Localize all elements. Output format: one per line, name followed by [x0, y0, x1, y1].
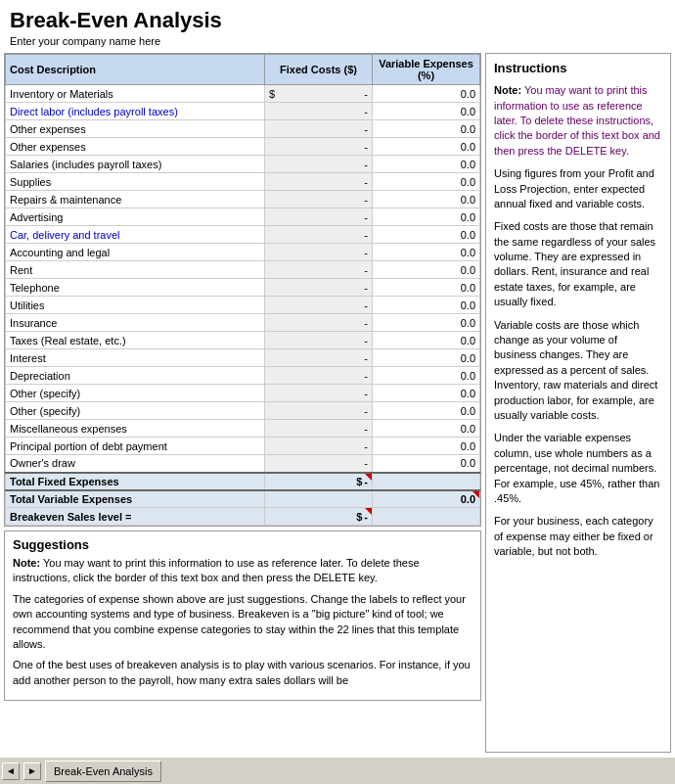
- row-fixed[interactable]: -: [265, 420, 373, 438]
- table-row: Other expenses-0.0: [6, 120, 480, 138]
- row-label: Rent: [6, 261, 265, 279]
- table-row: Principal portion of debt payment-0.0: [6, 438, 480, 455]
- row-variable[interactable]: 0.0: [373, 332, 480, 349]
- row-fixed[interactable]: -: [265, 332, 373, 349]
- row-fixed[interactable]: -: [265, 156, 373, 173]
- row-variable[interactable]: 0.0: [373, 244, 480, 261]
- row-fixed[interactable]: -: [265, 208, 373, 226]
- row-fixed[interactable]: -: [265, 349, 373, 367]
- page-title: Break-Even Analysis: [10, 8, 665, 33]
- row-fixed[interactable]: -: [265, 367, 373, 385]
- row-variable[interactable]: 0.0: [373, 120, 480, 138]
- sheet-tab[interactable]: Break-Even Analysis: [45, 761, 161, 782]
- row-variable[interactable]: 0.0: [373, 261, 480, 279]
- row-variable[interactable]: 0.0: [373, 208, 480, 226]
- suggestions-title: Suggestions: [13, 537, 472, 552]
- row-label: Taxes (Real estate, etc.): [6, 332, 265, 349]
- row-variable[interactable]: 0.0: [373, 173, 480, 191]
- instructions-note-label: Note:: [494, 84, 521, 96]
- row-label: Telephone: [6, 279, 265, 297]
- table-row: Salaries (includes payroll taxes)-0.0: [6, 156, 480, 173]
- row-fixed[interactable]: -: [265, 173, 373, 191]
- nav-prev-button[interactable]: ◄: [2, 762, 20, 780]
- instructions-panel: Instructions Note: You may want to print…: [485, 53, 671, 753]
- row-label: Other expenses: [6, 138, 265, 156]
- instructions-para2: Fixed costs are those that remain the sa…: [494, 219, 662, 309]
- cost-table: Cost Description Fixed Costs ($) Variabl…: [5, 54, 480, 526]
- suggestions-para2: One of the best uses of breakeven analys…: [13, 658, 472, 688]
- table-row: Rent-0.0: [6, 261, 480, 279]
- row-variable[interactable]: 0.0: [373, 103, 480, 120]
- total-variable-fixed-empty: [265, 490, 373, 508]
- row-variable[interactable]: 0.0: [373, 367, 480, 385]
- row-label: Inventory or Materials: [6, 85, 265, 103]
- nav-next-button[interactable]: ►: [23, 762, 41, 780]
- table-row: Other (specify)-0.0: [6, 385, 480, 402]
- breakeven-var-empty: [373, 508, 480, 526]
- breakeven-value[interactable]: $-: [265, 508, 373, 526]
- row-fixed[interactable]: -: [265, 402, 373, 420]
- table-row: Owner's draw-0.0: [6, 455, 480, 473]
- table-row: Telephone-0.0: [6, 279, 480, 297]
- total-fixed-value[interactable]: $-: [265, 473, 373, 490]
- row-variable[interactable]: 0.0: [373, 455, 480, 473]
- row-variable[interactable]: 0.0: [373, 85, 480, 103]
- row-fixed[interactable]: -: [265, 120, 373, 138]
- total-variable-label: Total Variable Expenses: [6, 490, 265, 508]
- row-label: Accounting and legal: [6, 244, 265, 261]
- suggestions-note-text: You may want to print this information t…: [13, 557, 420, 583]
- table-row: Taxes (Real estate, etc.)-0.0: [6, 332, 480, 349]
- total-fixed-label: Total Fixed Expenses: [6, 473, 265, 490]
- row-fixed[interactable]: -: [265, 279, 373, 297]
- table-row: Inventory or Materials$-0.0: [6, 85, 480, 103]
- row-variable[interactable]: 0.0: [373, 420, 480, 438]
- row-variable[interactable]: 0.0: [373, 438, 480, 455]
- row-fixed[interactable]: -: [265, 191, 373, 208]
- row-fixed[interactable]: -: [265, 244, 373, 261]
- row-fixed[interactable]: -: [265, 103, 373, 120]
- row-fixed[interactable]: -: [265, 226, 373, 244]
- row-fixed[interactable]: -: [265, 314, 373, 332]
- sheet-tab-label: Break-Even Analysis: [54, 765, 153, 777]
- row-fixed[interactable]: -: [265, 385, 373, 402]
- row-variable[interactable]: 0.0: [373, 297, 480, 314]
- row-label: Salaries (includes payroll taxes): [6, 156, 265, 173]
- taskbar: ◄ ► Break-Even Analysis: [0, 757, 675, 784]
- title-area: Break-Even Analysis Enter your company n…: [0, 0, 675, 49]
- row-variable[interactable]: 0.0: [373, 226, 480, 244]
- row-label: Miscellaneous expenses: [6, 420, 265, 438]
- col-header-fixed: Fixed Costs ($): [265, 55, 373, 85]
- suggestions-box: Suggestions Note: You may want to print …: [4, 530, 481, 701]
- instructions-para3: Variable costs are those which change as…: [494, 318, 662, 424]
- row-fixed[interactable]: -: [265, 261, 373, 279]
- row-variable[interactable]: 0.0: [373, 156, 480, 173]
- suggestions-note-label: Note:: [13, 557, 40, 569]
- row-variable[interactable]: 0.0: [373, 385, 480, 402]
- row-variable[interactable]: 0.0: [373, 138, 480, 156]
- row-variable[interactable]: 0.0: [373, 191, 480, 208]
- row-variable[interactable]: 0.0: [373, 349, 480, 367]
- row-variable[interactable]: 0.0: [373, 279, 480, 297]
- row-fixed[interactable]: $-: [265, 85, 373, 103]
- row-fixed[interactable]: -: [265, 297, 373, 314]
- instructions-para4: Under the variable expenses column, use …: [494, 431, 662, 506]
- row-label: Supplies: [6, 173, 265, 191]
- row-fixed[interactable]: -: [265, 455, 373, 473]
- left-panel: Cost Description Fixed Costs ($) Variabl…: [4, 53, 481, 753]
- company-name[interactable]: Enter your company name here: [10, 35, 665, 47]
- table-row: Repairs & maintenance-0.0: [6, 191, 480, 208]
- breakeven-row: Breakeven Sales level = $-: [6, 508, 480, 526]
- row-fixed[interactable]: -: [265, 438, 373, 455]
- total-fixed-var-empty: [373, 473, 480, 490]
- row-variable[interactable]: 0.0: [373, 402, 480, 420]
- row-variable[interactable]: 0.0: [373, 314, 480, 332]
- table-row: Miscellaneous expenses-0.0: [6, 420, 480, 438]
- row-fixed[interactable]: -: [265, 138, 373, 156]
- instructions-title: Instructions: [494, 60, 662, 77]
- suggestions-note: Note: You may want to print this informa…: [13, 556, 472, 586]
- row-label: Other (specify): [6, 385, 265, 402]
- row-label: Repairs & maintenance: [6, 191, 265, 208]
- total-variable-value[interactable]: 0.0: [373, 490, 480, 508]
- row-label: Insurance: [6, 314, 265, 332]
- table-row: Interest-0.0: [6, 349, 480, 367]
